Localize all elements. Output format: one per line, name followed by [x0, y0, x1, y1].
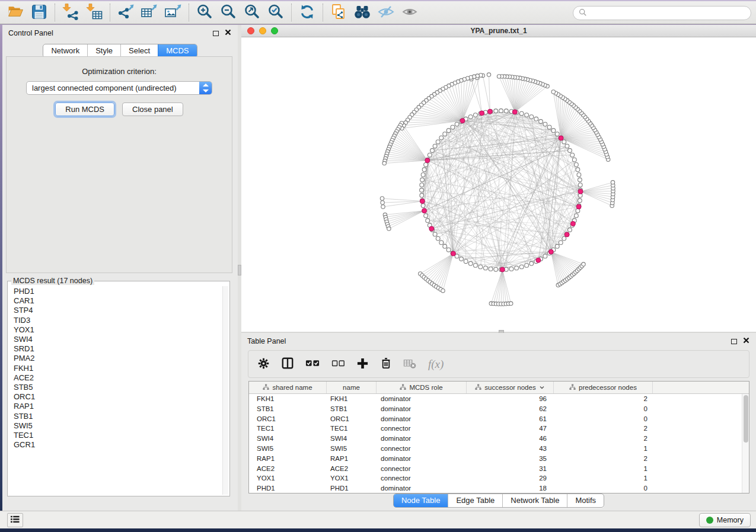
export-table-button[interactable]: [138, 2, 161, 23]
float-panel-icon[interactable]: [213, 31, 219, 36]
export-image-button[interactable]: [161, 2, 185, 23]
import-table-icon: [85, 3, 103, 22]
mcds-result-item[interactable]: RAP1: [9, 402, 222, 411]
mcds-result-item[interactable]: GCR1: [9, 440, 222, 450]
search-input[interactable]: [590, 7, 745, 19]
export-network-button[interactable]: [114, 2, 138, 23]
select-all-button[interactable]: [305, 358, 320, 370]
table-row[interactable]: ORC1ORC1dominator610: [249, 414, 742, 424]
table-row[interactable]: YOX1YOX1connector291: [249, 473, 742, 483]
import-table-button[interactable]: [82, 2, 106, 23]
select-stepper-icon: [199, 82, 212, 94]
table-row[interactable]: ACE2ACE2connector311: [249, 464, 742, 474]
tab-style[interactable]: Style: [87, 44, 120, 57]
table-tab-node-table[interactable]: Node Table: [394, 494, 448, 507]
mcds-result-item[interactable]: TID3: [9, 316, 222, 325]
criterion-label: Optimization criterion:: [7, 67, 232, 76]
cell-succ: 31: [467, 464, 554, 474]
close-window-icon[interactable]: [247, 27, 254, 34]
function-builder-button[interactable]: f(x): [428, 358, 444, 371]
column-header-name[interactable]: name: [327, 382, 377, 393]
column-header-predecessor-nodes[interactable]: predecessor nodes: [554, 382, 653, 393]
zoom-selected-button[interactable]: [264, 2, 288, 23]
mcds-result-item[interactable]: SWI5: [9, 421, 222, 431]
settings-button[interactable]: [257, 357, 270, 371]
table-scrollbar-thumb[interactable]: [744, 395, 748, 443]
tab-select[interactable]: Select: [120, 44, 158, 57]
delete-table-button[interactable]: [403, 358, 417, 371]
network-graph[interactable]: [241, 37, 756, 332]
column-pane-icon: [281, 357, 294, 371]
criterion-select[interactable]: largest connected component (undirected): [26, 81, 212, 95]
import-network-button[interactable]: [59, 2, 82, 23]
mcds-result-item[interactable]: STB5: [9, 383, 222, 392]
zoom-out-button[interactable]: [216, 2, 240, 23]
table-tab-network-table[interactable]: Network Table: [502, 494, 567, 507]
close-panel-icon[interactable]: [225, 29, 231, 37]
tab-mcds[interactable]: MCDS: [158, 44, 196, 57]
cell-role: dominator: [377, 414, 467, 424]
cell-role: connector: [377, 464, 467, 474]
open-session-button[interactable]: [4, 2, 27, 23]
table-panel-title: Table Panel: [247, 337, 286, 345]
hide-selected-button[interactable]: [374, 2, 398, 23]
zoom-fit-icon: [244, 4, 260, 22]
refresh-button[interactable]: [295, 2, 319, 23]
table-tab-motifs[interactable]: Motifs: [567, 494, 604, 507]
save-session-button[interactable]: [27, 2, 51, 23]
mcds-result-item[interactable]: ACE2: [9, 373, 222, 383]
table-row[interactable]: RAP1RAP1dominator352: [249, 454, 742, 464]
zoom-in-button[interactable]: [193, 2, 216, 23]
mcds-result-item[interactable]: FKH1: [9, 364, 222, 373]
table-row[interactable]: SWI5SWI5connector431: [249, 444, 742, 454]
column-pane-button[interactable]: [281, 357, 294, 371]
zoom-fit-button[interactable]: [240, 2, 264, 23]
delete-column-button[interactable]: [380, 357, 392, 371]
mcds-result-item[interactable]: SRD1: [9, 344, 222, 354]
add-column-button[interactable]: [356, 357, 369, 371]
table-scrollbar[interactable]: [742, 394, 749, 493]
tab-network[interactable]: Network: [43, 44, 87, 57]
open-session-icon: [7, 4, 24, 21]
mcds-result-item[interactable]: PMA2: [9, 354, 222, 363]
table-tab-edge-table[interactable]: Edge Table: [448, 494, 502, 507]
column-header-MCDS-role[interactable]: MCDS role: [377, 382, 467, 393]
cell-shared: SWI4: [249, 434, 327, 444]
mcds-result-item[interactable]: STP4: [9, 306, 222, 315]
network-canvas[interactable]: [241, 37, 756, 332]
memory-button[interactable]: Memory: [699, 513, 751, 527]
hide-selected-icon: [378, 5, 394, 21]
mcds-result-item[interactable]: STB1: [9, 412, 222, 421]
table-row[interactable]: STB1STB1dominator620: [249, 404, 742, 414]
run-mcds-button[interactable]: Run MCDS: [55, 102, 114, 116]
mcds-result-item[interactable]: YOX1: [9, 325, 222, 335]
network-title: YPA_prune.txt_1: [470, 27, 527, 35]
table-row[interactable]: SWI4SWI4dominator462: [249, 434, 742, 444]
show-all-button[interactable]: [398, 2, 422, 23]
close-table-panel-icon[interactable]: [743, 337, 749, 345]
float-table-panel-icon[interactable]: [731, 339, 737, 344]
minimize-window-icon[interactable]: [259, 27, 266, 34]
mcds-result-item[interactable]: CAR1: [9, 296, 222, 306]
deselect-all-button[interactable]: [331, 359, 345, 370]
column-header-successor-nodes[interactable]: successor nodes: [467, 382, 554, 393]
task-list-icon: [10, 515, 20, 525]
duplicate-network-button[interactable]: [327, 2, 350, 23]
cell-name: TEC1: [327, 424, 377, 434]
mcds-result-item[interactable]: SWI4: [9, 335, 222, 344]
mcds-result-item[interactable]: ORC1: [9, 392, 222, 402]
result-list-scrollbar[interactable]: [222, 286, 228, 495]
table-tabs: Node TableEdge TableNetwork TableMotifs: [241, 493, 756, 508]
find-button[interactable]: [350, 2, 374, 23]
task-history-button[interactable]: [7, 513, 23, 527]
maximize-window-icon[interactable]: [271, 27, 278, 34]
table-row[interactable]: TEC1TEC1connector472: [249, 424, 742, 434]
mcds-result-item[interactable]: PHD1: [9, 287, 222, 296]
cell-shared: PHD1: [249, 483, 327, 493]
mcds-result-item[interactable]: TEC1: [9, 431, 222, 440]
cell-name: PHD1: [327, 483, 377, 493]
column-header-shared-name[interactable]: shared name: [249, 382, 327, 393]
table-row[interactable]: PHD1PHD1dominator180: [249, 483, 742, 493]
close-panel-button[interactable]: Close panel: [122, 102, 183, 116]
table-row[interactable]: FKH1FKH1dominator962: [249, 394, 742, 404]
